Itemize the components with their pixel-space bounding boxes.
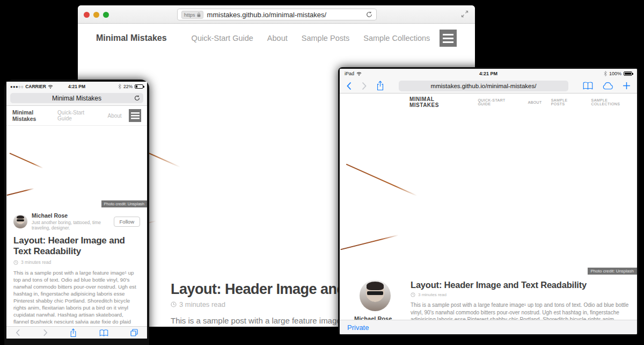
nav-item-sample-collections[interactable]: Sample Collections <box>591 98 637 106</box>
share-icon[interactable] <box>70 328 77 337</box>
private-browsing-bar: Private <box>340 320 637 334</box>
site-title-link[interactable]: Minimal Mistakes <box>96 33 167 43</box>
forward-icon[interactable] <box>361 82 367 90</box>
back-icon[interactable] <box>346 82 352 90</box>
nav-item-sample-posts[interactable]: Sample Posts <box>551 98 582 106</box>
battery-percent: 22% <box>123 84 133 89</box>
ipad-device: iPad 4:21 PM 100% mmistakes.github.io/mi… <box>338 67 639 336</box>
ipad-screen: iPad 4:21 PM 100% mmistakes.github.io/mi… <box>340 69 637 334</box>
battery-icon <box>624 71 632 76</box>
minimize-window-button[interactable] <box>93 12 99 18</box>
nav-item-about[interactable]: About <box>267 34 288 42</box>
wifi-icon <box>356 71 362 76</box>
clock-icon <box>411 292 415 297</box>
new-tab-icon[interactable] <box>623 82 631 90</box>
responsive-preview-canvas: https mmistakes.github.io/minimal-mistak… <box>0 0 644 345</box>
post-content: Michael Rose Just another boring, tattoo… <box>340 275 637 320</box>
https-badge: https <box>181 11 203 19</box>
carrier-label: CARRIER <box>25 84 46 89</box>
post-meta: 3 minutes read <box>411 292 637 297</box>
lock-icon <box>197 12 201 17</box>
nav-item-about[interactable]: About <box>107 113 121 119</box>
author-name: Michael Rose <box>32 212 109 219</box>
nav-item-quick-start-guide[interactable]: Quick-Start Guide <box>57 110 99 121</box>
window-controls <box>84 12 109 18</box>
ipad-status-left: iPad <box>345 71 441 76</box>
battery-icon <box>135 84 143 89</box>
bookmarks-icon[interactable] <box>583 82 593 90</box>
fullscreen-icon[interactable] <box>461 10 469 18</box>
safari-urlrow: Minimal Mistakes <box>6 91 147 106</box>
clock-icon <box>171 301 177 307</box>
battery-percent: 100% <box>609 71 621 76</box>
tabs-icon[interactable] <box>130 329 138 336</box>
iphone-status-right: 22% <box>99 84 143 89</box>
status-time: 4:21 PM <box>55 84 99 89</box>
site-nav: Quick-Start Guide About Sample Posts Sam… <box>192 34 430 42</box>
private-button[interactable]: Private <box>347 324 369 332</box>
forward-icon[interactable] <box>43 329 48 336</box>
bluetooth-icon <box>118 84 121 89</box>
https-label: https <box>184 12 195 18</box>
iphone-device: ●●●○○ CARRIER 4:21 PM 22% Minimal Mistak… <box>4 80 149 345</box>
avatar <box>360 280 391 311</box>
photo-credit: Photo credit: Unsplash <box>588 268 638 275</box>
url-text: mmistakes.github.io/minimal-mistakes/ <box>207 11 362 19</box>
iphone-screen: ●●●○○ CARRIER 4:21 PM 22% Minimal Mistak… <box>6 82 147 339</box>
ipad-status-bar: iPad 4:21 PM 100% <box>340 69 637 78</box>
address-bar[interactable]: https mmistakes.github.io/minimal-mistak… <box>177 9 377 20</box>
photo-credit: Photo credit: Unsplash <box>101 200 147 207</box>
author-bio: Just another boring, tattooed, time trav… <box>32 220 109 231</box>
nav-item-sample-posts[interactable]: Sample Posts <box>302 34 349 42</box>
browser-titlebar: https mmistakes.github.io/minimal-mistak… <box>78 5 475 24</box>
author-row: Michael Rose Just another boring, tattoo… <box>13 212 140 231</box>
close-window-button[interactable] <box>84 12 90 18</box>
post-title: Layout: Header Image and Text Readabilit… <box>13 235 140 257</box>
site-title-link[interactable]: Minimal Mistakes <box>12 109 57 122</box>
icloud-icon[interactable] <box>602 82 613 90</box>
safari-toolbar: mmistakes.github.io/minimal-mistakes/ <box>340 78 637 94</box>
post-paragraph: This is a sample post with a large featu… <box>13 269 140 326</box>
post-meta: 3 minutes read <box>13 260 140 265</box>
site-title-link[interactable]: Minimal Mistakes <box>409 96 464 108</box>
url-text: mmistakes.github.io/minimal-mistakes/ <box>431 83 537 89</box>
avatar <box>13 214 27 228</box>
nav-item-quick-start-guide[interactable]: Quick-Start Guide <box>192 34 253 42</box>
status-time: 4:21 PM <box>441 71 537 76</box>
iphone-status-left: ●●●○○ CARRIER <box>10 84 55 89</box>
bookmarks-icon[interactable] <box>99 329 108 336</box>
bluetooth-icon <box>604 71 607 76</box>
read-time: 3 minutes read <box>21 260 51 265</box>
iphone-status-bar: ●●●○○ CARRIER 4:21 PM 22% <box>6 82 147 91</box>
nav-item-quick-start-guide[interactable]: Quick-Start Guide <box>478 98 518 106</box>
ipad-status-right: 100% <box>536 71 632 76</box>
read-time: 3 minutes read <box>179 300 225 308</box>
post-content: Michael Rose Just another boring, tattoo… <box>6 207 147 326</box>
page-title: Minimal Mistakes <box>52 95 101 102</box>
post-paragraph: This is a sample post with a large featu… <box>411 301 637 320</box>
wifi-icon <box>48 84 53 89</box>
read-time: 3 minutes read <box>418 292 447 297</box>
refresh-icon[interactable] <box>134 95 140 101</box>
address-bar[interactable]: Minimal Mistakes <box>10 93 143 103</box>
site-masthead: Minimal Mistakes Quick-Start Guide About <box>6 106 147 126</box>
address-bar[interactable]: mmistakes.github.io/minimal-mistakes/ <box>399 81 568 91</box>
follow-button[interactable]: Follow <box>114 217 140 227</box>
feature-image: Photo credit: Unsplash <box>6 126 147 207</box>
menu-icon[interactable] <box>440 30 457 47</box>
post-title: Layout: Header Image and Text Readabilit… <box>411 280 637 290</box>
feature-image: Photo credit: Unsplash <box>340 111 637 275</box>
device-label: iPad <box>345 71 354 76</box>
site-masthead: Minimal Mistakes Quick-Start Guide About… <box>78 24 475 53</box>
zoom-window-button[interactable] <box>103 12 109 18</box>
nav-item-sample-collections[interactable]: Sample Collections <box>363 34 430 42</box>
menu-icon[interactable] <box>129 109 141 122</box>
post-body: Layout: Header Image and Text Readabilit… <box>411 280 637 320</box>
site-masthead: Minimal Mistakes Quick-Start Guide About… <box>340 94 637 111</box>
author-sidebar: Michael Rose Just another boring, tattoo… <box>340 280 411 320</box>
back-icon[interactable] <box>16 329 20 336</box>
signal-dots-icon: ●●●○○ <box>10 84 24 89</box>
nav-item-about[interactable]: About <box>528 100 542 104</box>
refresh-icon[interactable] <box>366 11 372 18</box>
share-icon[interactable] <box>376 81 384 91</box>
